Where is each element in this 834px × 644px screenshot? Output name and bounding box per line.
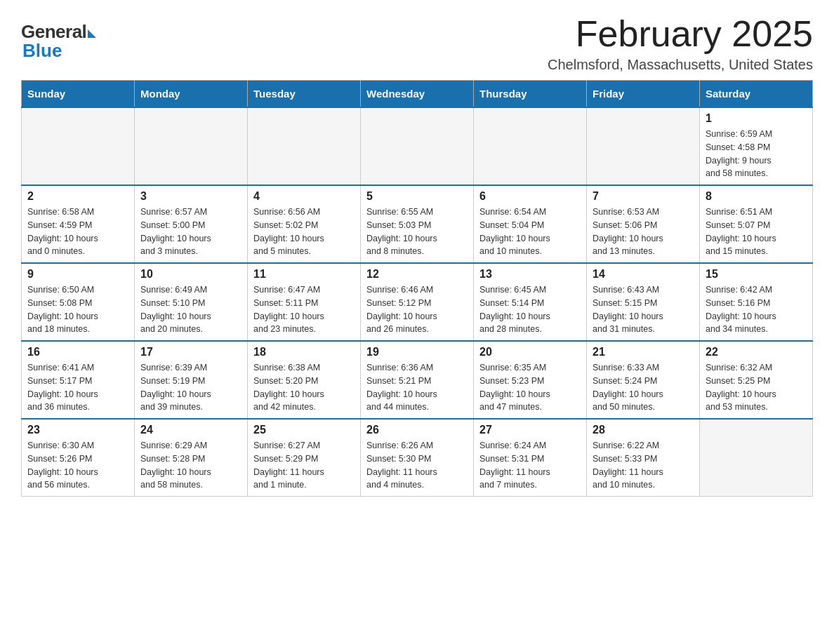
- calendar-cell: 11Sunrise: 6:47 AM Sunset: 5:11 PM Dayli…: [248, 263, 361, 341]
- logo-blue-text: Blue: [22, 40, 62, 62]
- calendar-cell: 20Sunrise: 6:35 AM Sunset: 5:23 PM Dayli…: [474, 341, 587, 419]
- title-section: February 2025 Chelmsford, Massachusetts,…: [548, 14, 813, 73]
- calendar-cell: 19Sunrise: 6:36 AM Sunset: 5:21 PM Dayli…: [361, 341, 474, 419]
- day-number: 7: [593, 190, 694, 203]
- day-number: 21: [593, 346, 694, 358]
- day-number: 12: [366, 268, 468, 281]
- day-info: Sunrise: 6:22 AM Sunset: 5:33 PM Dayligh…: [593, 439, 694, 492]
- day-number: 8: [706, 190, 807, 203]
- calendar-cell: 28Sunrise: 6:22 AM Sunset: 5:33 PM Dayli…: [587, 419, 700, 497]
- calendar-cell: [587, 107, 700, 185]
- day-number: 5: [366, 190, 468, 203]
- calendar-cell: [248, 107, 361, 185]
- weekday-header-friday: Friday: [587, 81, 700, 108]
- calendar-cell: 4Sunrise: 6:56 AM Sunset: 5:02 PM Daylig…: [248, 185, 361, 263]
- day-info: Sunrise: 6:42 AM Sunset: 5:16 PM Dayligh…: [706, 283, 807, 336]
- day-info: Sunrise: 6:27 AM Sunset: 5:29 PM Dayligh…: [253, 439, 355, 492]
- calendar-cell: 6Sunrise: 6:54 AM Sunset: 5:04 PM Daylig…: [474, 185, 587, 263]
- day-number: 9: [27, 268, 128, 281]
- day-info: Sunrise: 6:46 AM Sunset: 5:12 PM Dayligh…: [366, 283, 468, 336]
- calendar-cell: 26Sunrise: 6:26 AM Sunset: 5:30 PM Dayli…: [361, 419, 474, 497]
- calendar-cell: 15Sunrise: 6:42 AM Sunset: 5:16 PM Dayli…: [700, 263, 813, 341]
- month-title: February 2025: [548, 14, 813, 54]
- calendar-cell: 9Sunrise: 6:50 AM Sunset: 5:08 PM Daylig…: [22, 263, 135, 341]
- day-info: Sunrise: 6:38 AM Sunset: 5:20 PM Dayligh…: [253, 361, 355, 414]
- calendar-cell: [361, 107, 474, 185]
- day-number: 17: [140, 346, 241, 358]
- calendar-cell: 7Sunrise: 6:53 AM Sunset: 5:06 PM Daylig…: [587, 185, 700, 263]
- day-info: Sunrise: 6:49 AM Sunset: 5:10 PM Dayligh…: [140, 283, 241, 336]
- day-number: 19: [366, 346, 468, 358]
- calendar-cell: 17Sunrise: 6:39 AM Sunset: 5:19 PM Dayli…: [135, 341, 248, 419]
- day-number: 10: [140, 268, 241, 281]
- day-number: 14: [593, 268, 694, 281]
- calendar-cell: 18Sunrise: 6:38 AM Sunset: 5:20 PM Dayli…: [248, 341, 361, 419]
- day-number: 4: [253, 190, 355, 203]
- day-number: 26: [366, 424, 468, 436]
- day-info: Sunrise: 6:43 AM Sunset: 5:15 PM Dayligh…: [593, 283, 694, 336]
- week-row-2: 2Sunrise: 6:58 AM Sunset: 4:59 PM Daylig…: [22, 185, 813, 263]
- day-number: 23: [27, 424, 128, 436]
- day-info: Sunrise: 6:56 AM Sunset: 5:02 PM Dayligh…: [253, 206, 355, 258]
- day-info: Sunrise: 6:54 AM Sunset: 5:04 PM Dayligh…: [479, 206, 581, 258]
- day-info: Sunrise: 6:30 AM Sunset: 5:26 PM Dayligh…: [27, 439, 128, 492]
- day-number: 24: [140, 424, 241, 436]
- day-number: 22: [706, 346, 807, 358]
- calendar-cell: [135, 107, 248, 185]
- day-info: Sunrise: 6:45 AM Sunset: 5:14 PM Dayligh…: [479, 283, 581, 336]
- day-info: Sunrise: 6:55 AM Sunset: 5:03 PM Dayligh…: [366, 206, 468, 258]
- day-number: 25: [253, 424, 355, 436]
- calendar-cell: 2Sunrise: 6:58 AM Sunset: 4:59 PM Daylig…: [22, 185, 135, 263]
- day-info: Sunrise: 6:26 AM Sunset: 5:30 PM Dayligh…: [366, 439, 468, 492]
- calendar-cell: 3Sunrise: 6:57 AM Sunset: 5:00 PM Daylig…: [135, 185, 248, 263]
- day-number: 3: [140, 190, 241, 203]
- day-info: Sunrise: 6:53 AM Sunset: 5:06 PM Dayligh…: [593, 206, 694, 258]
- day-number: 13: [479, 268, 581, 281]
- calendar-cell: 21Sunrise: 6:33 AM Sunset: 5:24 PM Dayli…: [587, 341, 700, 419]
- day-info: Sunrise: 6:33 AM Sunset: 5:24 PM Dayligh…: [593, 361, 694, 414]
- week-row-1: 1Sunrise: 6:59 AM Sunset: 4:58 PM Daylig…: [22, 107, 813, 185]
- day-info: Sunrise: 6:51 AM Sunset: 5:07 PM Dayligh…: [706, 206, 807, 258]
- day-info: Sunrise: 6:24 AM Sunset: 5:31 PM Dayligh…: [479, 439, 581, 492]
- weekday-header-sunday: Sunday: [22, 81, 135, 108]
- day-info: Sunrise: 6:35 AM Sunset: 5:23 PM Dayligh…: [479, 361, 581, 414]
- calendar-cell: 1Sunrise: 6:59 AM Sunset: 4:58 PM Daylig…: [700, 107, 813, 185]
- day-info: Sunrise: 6:32 AM Sunset: 5:25 PM Dayligh…: [706, 361, 807, 414]
- weekday-header-row: SundayMondayTuesdayWednesdayThursdayFrid…: [22, 81, 813, 108]
- week-row-5: 23Sunrise: 6:30 AM Sunset: 5:26 PM Dayli…: [22, 419, 813, 497]
- day-info: Sunrise: 6:59 AM Sunset: 4:58 PM Dayligh…: [706, 128, 807, 180]
- calendar-cell: 10Sunrise: 6:49 AM Sunset: 5:10 PM Dayli…: [135, 263, 248, 341]
- day-number: 1: [706, 112, 807, 125]
- day-info: Sunrise: 6:39 AM Sunset: 5:19 PM Dayligh…: [140, 361, 241, 414]
- day-number: 11: [253, 268, 355, 281]
- week-row-4: 16Sunrise: 6:41 AM Sunset: 5:17 PM Dayli…: [22, 341, 813, 419]
- logo: General Blue: [21, 21, 96, 62]
- calendar-cell: 27Sunrise: 6:24 AM Sunset: 5:31 PM Dayli…: [474, 419, 587, 497]
- calendar-cell: 23Sunrise: 6:30 AM Sunset: 5:26 PM Dayli…: [22, 419, 135, 497]
- calendar-cell: 22Sunrise: 6:32 AM Sunset: 5:25 PM Dayli…: [700, 341, 813, 419]
- page-header: General Blue February 2025 Chelmsford, M…: [21, 14, 813, 73]
- calendar-cell: 24Sunrise: 6:29 AM Sunset: 5:28 PM Dayli…: [135, 419, 248, 497]
- day-number: 27: [479, 424, 581, 436]
- calendar-cell: 12Sunrise: 6:46 AM Sunset: 5:12 PM Dayli…: [361, 263, 474, 341]
- calendar-cell: [700, 419, 813, 497]
- weekday-header-saturday: Saturday: [700, 81, 813, 108]
- day-info: Sunrise: 6:36 AM Sunset: 5:21 PM Dayligh…: [366, 361, 468, 414]
- day-number: 28: [593, 424, 694, 436]
- calendar-table: SundayMondayTuesdayWednesdayThursdayFrid…: [21, 80, 813, 497]
- day-number: 16: [27, 346, 128, 358]
- calendar-cell: 13Sunrise: 6:45 AM Sunset: 5:14 PM Dayli…: [474, 263, 587, 341]
- weekday-header-monday: Monday: [135, 81, 248, 108]
- day-info: Sunrise: 6:50 AM Sunset: 5:08 PM Dayligh…: [27, 283, 128, 336]
- calendar-cell: 8Sunrise: 6:51 AM Sunset: 5:07 PM Daylig…: [700, 185, 813, 263]
- weekday-header-wednesday: Wednesday: [361, 81, 474, 108]
- day-info: Sunrise: 6:57 AM Sunset: 5:00 PM Dayligh…: [140, 206, 241, 258]
- weekday-header-thursday: Thursday: [474, 81, 587, 108]
- calendar-cell: 16Sunrise: 6:41 AM Sunset: 5:17 PM Dayli…: [22, 341, 135, 419]
- day-number: 18: [253, 346, 355, 358]
- location-subtitle: Chelmsford, Massachusetts, United States: [548, 57, 813, 73]
- calendar-cell: [474, 107, 587, 185]
- calendar-cell: 14Sunrise: 6:43 AM Sunset: 5:15 PM Dayli…: [587, 263, 700, 341]
- calendar-cell: 5Sunrise: 6:55 AM Sunset: 5:03 PM Daylig…: [361, 185, 474, 263]
- calendar-cell: [22, 107, 135, 185]
